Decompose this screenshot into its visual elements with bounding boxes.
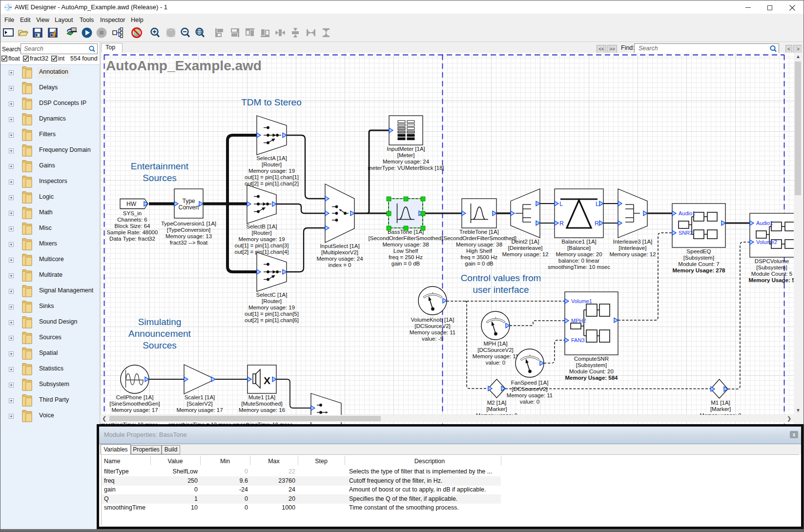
svg-text:[Balance]: [Balance] [567,245,591,251]
svg-text:CellPhone [1A]: CellPhone [1A] [116,394,154,400]
svg-text:InputMeter [1A]: InputMeter [1A] [387,146,425,152]
svg-text:Memory usage: 20: Memory usage: 20 [556,251,602,257]
svg-text:[Router]: [Router] [262,162,282,167]
svg-text:[MultiplexorV2]: [MultiplexorV2] [321,249,358,255]
svg-text:fract32 --> float: fract32 --> float [170,240,208,246]
svg-text:Memory usage: 16: Memory usage: 16 [239,407,285,413]
svg-text:Simulating: Simulating [138,317,182,327]
svg-text:[SecondOrderFilterSmoothed]: [SecondOrderFilterSmoothed] [369,235,443,241]
svg-text:freq = 250 Hz: freq = 250 Hz [389,254,423,260]
svg-text:value: 0: value: 0 [520,399,539,405]
svg-text:M1 [1A]: M1 [1A] [711,400,730,406]
svg-text:[Subsystem]: [Subsystem] [576,362,607,368]
svg-text:Module Count: 20: Module Count: 20 [569,368,614,374]
svg-text:X: X [264,375,270,386]
svg-text:SelectA [1A]: SelectA [1A] [256,155,287,161]
svg-text:[TypeConversion]: [TypeConversion] [167,227,211,233]
svg-text:Sources: Sources [143,173,177,183]
svg-text:out[2] = pin[1].chan[2]: out[2] = pin[1].chan[2] [245,181,299,186]
svg-text:[Marker]: [Marker] [486,406,507,412]
svg-text:TrebleTone [1A]: TrebleTone [1A] [459,229,499,235]
svg-text:[Subsystem]: [Subsystem] [683,255,714,261]
svg-text:[SineSmoothedGen]: [SineSmoothedGen] [109,401,160,407]
svg-text:SNR2: SNR2 [679,230,693,236]
svg-text:Deint2 [1A]: Deint2 [1A] [512,239,539,245]
svg-text:Audio1: Audio1 [679,210,695,216]
svg-text:TypeConversion1 [1A]: TypeConversion1 [1A] [161,221,216,226]
svg-text:value: -9: value: -9 [422,336,443,342]
svg-text:Audio1: Audio1 [756,220,773,226]
svg-text:Memory usage: 19: Memory usage: 19 [248,305,295,310]
svg-text:[SecondOrderFilterSmoothed]: [SecondOrderFilterSmoothed] [442,235,516,241]
svg-text:Memory usage: 38: Memory usage: 38 [456,242,502,247]
svg-text:out[2] = pin[1].chan[6]: out[2] = pin[1].chan[6] [245,317,299,323]
svg-text:MPH2: MPH2 [571,318,586,324]
svg-text:Memory usage: 17: Memory usage: 17 [176,407,223,413]
svg-text:SpeedEQ: SpeedEQ [687,248,711,254]
svg-text:[DCSourceV2]: [DCSourceV2] [414,323,451,329]
svg-text:Interleave3 [1A]: Interleave3 [1A] [613,239,653,245]
svg-text:MPH [1A]: MPH [1A] [483,341,507,347]
svg-text:AutoAmp_Example.awd: AutoAmp_Example.awd [106,58,262,73]
svg-text:Module Count: 5: Module Count: 5 [751,271,792,277]
svg-text:Memory usage: 19: Memory usage: 19 [238,236,285,242]
svg-text:Announcement: Announcement [128,328,191,339]
svg-text:Volume2: Volume2 [756,239,777,245]
svg-text:Type: Type [182,198,195,205]
svg-text:Convert: Convert [178,204,199,211]
svg-text:freq = 3500 Hz: freq = 3500 Hz [461,254,498,260]
svg-text:index = 0: index = 0 [329,262,351,268]
svg-text:FanSpeed [1A]: FanSpeed [1A] [511,380,549,386]
svg-text:[Deinterleave]: [Deinterleave] [508,245,543,251]
svg-text:SYS_in: SYS_in [123,210,142,216]
svg-text:Module Count: 7: Module Count: 7 [678,261,719,267]
svg-text:R: R [559,220,564,227]
svg-text:balance: 0 linear: balance: 0 linear [558,258,600,264]
svg-text:Memory usage: 38: Memory usage: 38 [382,242,429,247]
svg-text:Memory usage: 13: Memory usage: 13 [165,233,212,239]
svg-text:[Interleave]: [Interleave] [619,245,647,251]
svg-text:Mute1 [1A]: Mute1 [1A] [248,394,276,400]
svg-text:Memory usage: 12: Memory usage: 12 [502,251,548,257]
svg-text:gain = 0 dB: gain = 0 dB [392,261,420,266]
svg-text:Control values from: Control values from [461,273,541,283]
svg-text:L: L [596,201,599,207]
svg-text:VolumeKnob [1A]: VolumeKnob [1A] [411,317,454,323]
svg-text:InputSelect [1A]: InputSelect [1A] [320,243,359,249]
svg-text:Memory usage: 12: Memory usage: 12 [609,251,656,257]
svg-text:Volume1: Volume1 [571,298,592,304]
svg-text:out[1] = pin[1].chan[5]: out[1] = pin[1].chan[5] [245,311,299,317]
svg-text:[Subsystem]: [Subsystem] [756,265,787,270]
svg-text:DSPCVolume: DSPCVolume [755,258,789,264]
svg-text:Block Size: 64: Block Size: 64 [115,223,150,229]
svg-text:[Marker]: [Marker] [710,406,731,412]
svg-text:Sample Rate: 48000: Sample Rate: 48000 [107,229,158,235]
svg-text:[MuteSmoothed]: [MuteSmoothed] [241,401,282,407]
svg-text:Memory Usage: 584: Memory Usage: 584 [565,375,618,381]
svg-text:M2 [1A]: M2 [1A] [487,400,507,406]
svg-text:SelectC [1A]: SelectC [1A] [256,292,288,298]
svg-text:[Router]: [Router] [262,298,282,304]
svg-text:[Meter]: [Meter] [397,152,415,158]
svg-text:Scaler1 [1A]: Scaler1 [1A] [185,394,215,400]
svg-text:Memory usage: 24: Memory usage: 24 [316,256,363,262]
svg-text:meterType: VUMeterBlock [18]: meterType: VUMeterBlock [18] [368,165,444,171]
svg-text:SelectB [1A]: SelectB [1A] [246,224,277,229]
svg-text:gain = 0 dB: gain = 0 dB [465,261,494,266]
svg-text:Memory Usage: 5: Memory Usage: 5 [748,277,794,283]
svg-text:Memory usage: 17: Memory usage: 17 [111,407,158,413]
svg-text:TDM to Stereo: TDM to Stereo [241,97,302,107]
svg-text:smoothingTime: 10 msec: smoothingTime: 10 msec [548,264,610,270]
svg-text:Memory Usage: 278: Memory Usage: 278 [672,267,725,273]
svg-text:Memory usage: 11: Memory usage: 11 [410,329,455,335]
svg-text:L: L [559,201,563,207]
svg-text:Balance1 [1A]: Balance1 [1A] [561,239,597,245]
svg-text:Channels: 6: Channels: 6 [117,217,147,223]
svg-text:[ScalerV2]: [ScalerV2] [186,401,212,407]
svg-text:FAN3: FAN3 [571,337,585,343]
svg-text:HW: HW [126,201,137,207]
svg-text:out[1] = pin[1].chan[1]: out[1] = pin[1].chan[1] [245,174,299,180]
svg-text:R: R [595,220,599,227]
svg-text:value: 0: value: 0 [486,360,505,366]
svg-text:Sources: Sources [143,340,177,350]
